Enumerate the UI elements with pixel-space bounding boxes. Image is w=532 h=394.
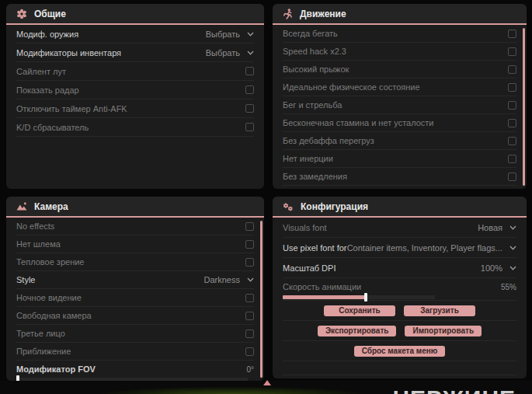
checkbox[interactable] (508, 137, 516, 145)
camera-row-3: StyleDarkness (16, 271, 254, 289)
checkbox[interactable] (245, 222, 254, 231)
chevron-down-icon (509, 246, 516, 250)
config-button-row-0: СохранитьЗагрузить (283, 301, 516, 321)
camera-row-1[interactable]: Нет шлема (16, 235, 254, 253)
mod-menu-screen: { "colors": { "accent": "#d89a9a", "butt… (0, 0, 532, 394)
config-row-3: Скорость анимации55% (283, 278, 516, 301)
movement-row-2[interactable]: Высокий прыжок (283, 61, 516, 78)
config-dropdown-1[interactable]: Container items, Inventory, Player flags… (347, 243, 516, 253)
config-button[interactable]: Импортировать (405, 326, 482, 336)
camera-scrollbar[interactable] (260, 221, 263, 378)
checkbox[interactable] (245, 67, 254, 75)
checkbox[interactable] (245, 85, 254, 94)
dropdown-value: Выбрать (206, 48, 240, 58)
slider-value: 0° (246, 365, 254, 374)
general-row-2[interactable]: Сайлент лут (16, 62, 254, 81)
movement-row-0[interactable]: Всегда бегать (283, 25, 516, 43)
checkbox[interactable] (245, 258, 254, 267)
slider-handle[interactable] (364, 293, 367, 302)
camera-dropdown-3[interactable]: Darkness (204, 275, 254, 284)
checkbox[interactable] (508, 83, 516, 92)
general-row-5[interactable]: K/D сбрасыватель (16, 118, 254, 137)
camera-panel-header: Камера (6, 197, 264, 218)
checkbox[interactable] (245, 294, 254, 302)
checkbox[interactable] (508, 65, 516, 74)
camera-row-5[interactable]: Свободная камера (16, 307, 254, 325)
config-button[interactable]: Сброс макета меню (354, 346, 446, 357)
chevron-down-icon (509, 225, 516, 230)
checkbox[interactable] (508, 47, 516, 56)
checkbox[interactable] (508, 155, 516, 163)
movement-row-6[interactable]: Без дебаффа перегруз (283, 132, 516, 150)
general-row-4[interactable]: Отключить таймер Anti-AFK (16, 99, 254, 118)
flower-gear-icon (16, 9, 27, 19)
row-label: Масштаб DPI (283, 263, 336, 273)
row-label: K/D сбрасыватель (16, 123, 89, 132)
movement-row-4[interactable]: Бег и стрельба (283, 96, 516, 114)
general-row-1: Модификаторы инвентаряВыбрать (16, 44, 254, 62)
config-dropdown-2[interactable]: 100% (481, 263, 516, 273)
checkbox[interactable] (245, 347, 254, 356)
config-dropdown-0[interactable]: Новая (478, 223, 516, 232)
camera-slider-8[interactable] (16, 378, 248, 381)
dropdown-value: 100% (481, 263, 502, 273)
config-row-2: Масштаб DPI100% (283, 258, 516, 278)
row-label: Style (16, 275, 35, 284)
checkbox[interactable] (508, 101, 516, 110)
gears-icon (283, 201, 294, 212)
checkbox[interactable] (245, 329, 254, 338)
checkbox[interactable] (245, 240, 254, 249)
general-dropdown-0[interactable]: Выбрать (206, 30, 254, 39)
movement-row-7[interactable]: Нет инерции (283, 150, 516, 168)
movement-panel: ДвижениеВсегда бегатьSpeed hack x2.3Высо… (273, 4, 527, 189)
runner-icon (283, 9, 293, 19)
movement-rows: Всегда бегатьSpeed hack x2.3Высокий прыж… (273, 25, 527, 186)
config-row-0: Visuals fontНовая (283, 218, 516, 238)
row-label: No effects (16, 221, 54, 231)
row-label: Нет инерции (283, 154, 333, 163)
slider-header: Модификатор FOV0° (16, 363, 254, 375)
checkbox[interactable] (245, 312, 254, 320)
movement-row-3[interactable]: Идеальное физическое состояние (283, 78, 516, 96)
camera-row-4[interactable]: Ночное видение (16, 289, 254, 307)
checkbox[interactable] (245, 123, 254, 131)
slider-fill (283, 295, 367, 299)
row-label: Скорость анимации (283, 282, 361, 291)
row-label: Третье лицо (16, 329, 65, 338)
row-label: Сайлент лут (16, 67, 66, 76)
chevron-down-icon (247, 51, 254, 55)
checkbox[interactable] (508, 30, 516, 38)
slider-handle[interactable] (16, 375, 19, 381)
camera-row-2[interactable]: Тепловое зрение (16, 253, 254, 271)
camera-row-6[interactable]: Третье лицо (16, 325, 254, 343)
movement-row-5[interactable]: Бесконечная стамина и нет усталости (283, 114, 516, 132)
row-label: Приближение (16, 347, 71, 356)
config-slider-3[interactable] (283, 295, 435, 299)
camera-row-7[interactable]: Приближение (16, 343, 254, 361)
chevron-down-icon (247, 277, 254, 282)
movement-row-1[interactable]: Speed hack x2.3 (283, 43, 516, 61)
config-button-row-2: Сброс макета меню (283, 341, 516, 361)
config-button[interactable]: Загрузить (404, 305, 475, 316)
general-row-3[interactable]: Показать радар (16, 81, 254, 99)
general-dropdown-1[interactable]: Выбрать (206, 48, 254, 58)
config-button[interactable]: Экспортировать (318, 326, 397, 336)
general-row-0: Модиф. оружияВыбрать (16, 25, 254, 44)
row-label: Отключить таймер Anti-AFK (16, 104, 127, 113)
movement-row-8[interactable]: Без замедления (283, 168, 516, 186)
checkbox[interactable] (245, 104, 254, 113)
checkbox[interactable] (508, 119, 516, 127)
row-label: Без дебаффа перегруз (283, 136, 374, 145)
config-button[interactable]: Сохранить (324, 305, 395, 316)
checkbox[interactable] (508, 173, 516, 181)
config-rows: Visuals fontНоваяUse pixel font forConta… (273, 218, 527, 375)
row-label: Ночное видение (16, 293, 82, 302)
config-row-1: Use pixel font forContainer items, Inven… (283, 238, 516, 258)
chevron-down-icon (247, 32, 254, 37)
camera-row-0[interactable]: No effects (16, 218, 254, 235)
chevron-down-icon (509, 266, 516, 270)
slider-header: Скорость анимации55% (283, 281, 516, 293)
movement-scrollbar[interactable] (523, 28, 525, 186)
row-label: Модиф. оружия (16, 30, 78, 39)
row-label: Speed hack x2.3 (283, 47, 346, 56)
